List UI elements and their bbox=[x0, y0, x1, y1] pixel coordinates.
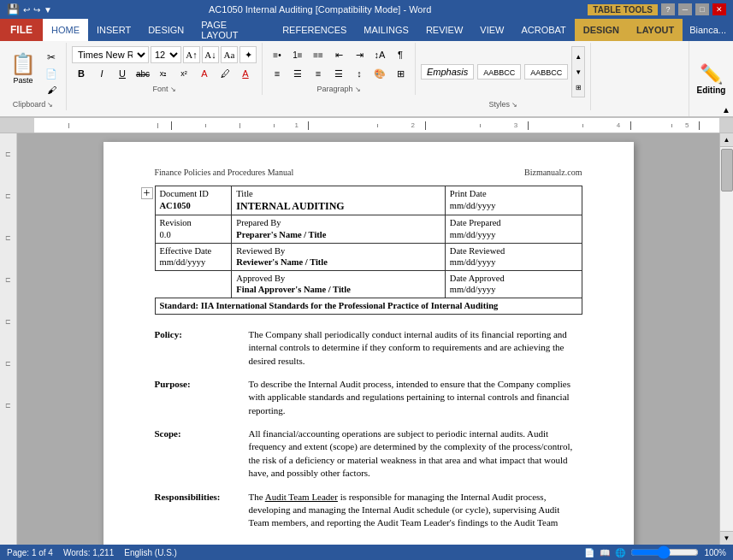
date-approved-label: Date Approved bbox=[450, 273, 577, 285]
font-size-select[interactable]: 12 bbox=[151, 46, 181, 63]
zoom-slider[interactable] bbox=[630, 545, 699, 559]
subscript-button[interactable]: x₂ bbox=[154, 65, 173, 82]
font-color-button[interactable]: A bbox=[236, 65, 255, 82]
menu-design-table[interactable]: DESIGN bbox=[575, 19, 628, 41]
menu-references[interactable]: REFERENCES bbox=[274, 19, 355, 41]
paragraph-group: ≡• 1≡ ≡≡ ⇤ ⇥ ↕A ¶ ≡ ☰ ≡ ☰ ↕ 🎨 ⊞ Paragrap… bbox=[263, 43, 416, 95]
format-painter-button[interactable]: 🖌 bbox=[42, 82, 61, 97]
minimize-button[interactable]: ─ bbox=[678, 3, 692, 15]
policy-section: Policy: The Company shall periodically c… bbox=[155, 328, 582, 368]
numbering-button[interactable]: 1≡ bbox=[288, 46, 307, 63]
menu-page-layout[interactable]: PAGE LAYOUT bbox=[192, 19, 274, 41]
style-emphasis[interactable]: Emphasis bbox=[421, 64, 474, 80]
window-title: AC1050 Internal Auditing [Compatibility … bbox=[52, 4, 588, 15]
approved-by-value: Final Approver's Name / Title bbox=[236, 284, 440, 296]
file-menu-button[interactable]: FILE bbox=[0, 19, 43, 41]
decrease-font-button[interactable]: A↓ bbox=[202, 46, 219, 63]
superscript-button[interactable]: x² bbox=[174, 65, 193, 82]
responsibilities-text: The Audit Team Leader is responsible for… bbox=[249, 491, 582, 530]
strikethrough-button[interactable]: abc bbox=[133, 65, 152, 82]
clipboard-group: 📋 Paste ✂ 📄 🖌 Clipboard ↘ bbox=[0, 43, 67, 110]
scope-label: Scope: bbox=[155, 427, 249, 480]
change-case-button[interactable]: Aa bbox=[221, 46, 238, 63]
styles-scroll-button[interactable]: ▲ ▼ ⊞ bbox=[571, 46, 585, 97]
paste-button[interactable]: 📋 Paste bbox=[5, 46, 41, 91]
table-add-icon[interactable]: + bbox=[141, 187, 153, 199]
menu-insert[interactable]: INSERT bbox=[88, 19, 139, 41]
align-left-button[interactable]: ≡ bbox=[268, 65, 287, 82]
text-effects-button[interactable]: A bbox=[195, 65, 214, 82]
scroll-thumb[interactable] bbox=[721, 149, 733, 192]
align-center-button[interactable]: ☰ bbox=[288, 65, 307, 82]
style-heading1[interactable]: AABBCC bbox=[477, 64, 521, 80]
policy-label: Policy: bbox=[155, 328, 249, 368]
menu-acrobat[interactable]: ACROBAT bbox=[512, 19, 574, 41]
borders-button[interactable]: ⊞ bbox=[391, 65, 410, 82]
page-info: Page: 1 of 4 bbox=[7, 548, 53, 557]
effective-date-label: Effective Date bbox=[160, 245, 228, 257]
document-area[interactable]: Finance Policies and Procedures Manual B… bbox=[17, 133, 719, 545]
scroll-up-button[interactable]: ▲ bbox=[720, 133, 733, 147]
sort-button[interactable]: ↕A bbox=[370, 46, 389, 63]
title-value: INTERNAL AUDITING bbox=[236, 200, 440, 214]
restore-button[interactable]: □ bbox=[695, 3, 709, 15]
menu-layout[interactable]: LAYOUT bbox=[628, 19, 683, 41]
close-button[interactable]: ✕ bbox=[712, 3, 726, 15]
table-row-standard: Standard: IIA International Standards fo… bbox=[155, 298, 582, 315]
bullets-button[interactable]: ≡• bbox=[268, 46, 287, 63]
menu-home[interactable]: HOME bbox=[43, 19, 88, 41]
show-hide-button[interactable]: ¶ bbox=[391, 46, 410, 63]
menu-bar: FILE HOME INSERT DESIGN PAGE LAYOUT REFE… bbox=[0, 19, 733, 41]
document-table-container: + Document ID AC1050 Title INTERNAL AUDI… bbox=[155, 186, 582, 315]
multilevel-list-button[interactable]: ≡≡ bbox=[309, 46, 328, 63]
italic-button[interactable]: I bbox=[92, 65, 111, 82]
doc-id-value: AC1050 bbox=[160, 200, 228, 212]
menu-design[interactable]: DESIGN bbox=[139, 19, 192, 41]
align-right-button[interactable]: ≡ bbox=[309, 65, 328, 82]
document-table: Document ID AC1050 Title INTERNAL AUDITI… bbox=[155, 186, 582, 315]
font-name-select[interactable]: Times New Ro bbox=[72, 46, 149, 63]
date-reviewed-label: Date Reviewed bbox=[450, 245, 577, 257]
scroll-track bbox=[720, 147, 733, 531]
view-reading-button[interactable]: 📖 bbox=[600, 548, 610, 557]
table-row: Document ID AC1050 Title INTERNAL AUDITI… bbox=[155, 186, 582, 215]
bold-button[interactable]: B bbox=[72, 65, 91, 82]
responsibilities-label: Responsibilities: bbox=[155, 491, 249, 530]
justify-button[interactable]: ☰ bbox=[329, 65, 348, 82]
view-print-button[interactable]: 📄 bbox=[584, 548, 594, 557]
style-heading2[interactable]: AABBCC bbox=[524, 64, 568, 80]
copy-button[interactable]: 📄 bbox=[42, 66, 61, 81]
clear-format-button[interactable]: ✦ bbox=[239, 46, 257, 63]
help-button[interactable]: ? bbox=[661, 3, 675, 15]
view-web-button[interactable]: 🌐 bbox=[615, 548, 625, 557]
cut-button[interactable]: ✂ bbox=[42, 50, 61, 65]
font-dialog-launcher[interactable]: ↘ bbox=[170, 85, 176, 93]
styles-dialog-launcher[interactable]: ↘ bbox=[511, 101, 517, 109]
date-prepared-label: Date Prepared bbox=[450, 217, 577, 229]
purpose-label: Purpose: bbox=[155, 378, 249, 417]
scroll-down-button[interactable]: ▼ bbox=[720, 531, 733, 545]
ribbon-expand-button[interactable]: ▲ bbox=[719, 103, 733, 116]
paragraph-dialog-launcher[interactable]: ↘ bbox=[355, 85, 361, 93]
user-display: Bianca... bbox=[683, 19, 733, 41]
shading-button[interactable]: 🎨 bbox=[370, 65, 389, 82]
table-row: Revision 0.0 Prepared By Preparer's Name… bbox=[155, 215, 582, 243]
date-approved-value: mm/dd/yyyy bbox=[450, 284, 577, 296]
clipboard-dialog-launcher[interactable]: ↘ bbox=[47, 101, 53, 109]
prepared-by-label: Prepared By bbox=[236, 217, 440, 229]
text-highlight-button[interactable]: 🖊 bbox=[216, 65, 234, 82]
line-spacing-button[interactable]: ↕ bbox=[350, 65, 369, 82]
effective-date-value: mm/dd/yyyy bbox=[160, 256, 228, 268]
decrease-indent-button[interactable]: ⇤ bbox=[329, 46, 348, 63]
status-bar: Page: 1 of 4 Words: 1,211 English (U.S.)… bbox=[0, 545, 733, 560]
menu-mailings[interactable]: MAILINGS bbox=[355, 19, 417, 41]
increase-font-button[interactable]: A↑ bbox=[183, 46, 200, 63]
menu-review[interactable]: REVIEW bbox=[417, 19, 471, 41]
increase-indent-button[interactable]: ⇥ bbox=[350, 46, 369, 63]
editing-label: Editing bbox=[697, 85, 726, 95]
doc-id-label: Document ID bbox=[160, 188, 228, 200]
underline-button[interactable]: U bbox=[113, 65, 132, 82]
menu-view[interactable]: VIEW bbox=[471, 19, 512, 41]
vertical-scrollbar[interactable]: ▲ ▼ bbox=[719, 133, 733, 545]
left-margin: ⊏ ⊏ ⊏ ⊏ ⊏ ⊏ ⊏ bbox=[0, 133, 17, 545]
